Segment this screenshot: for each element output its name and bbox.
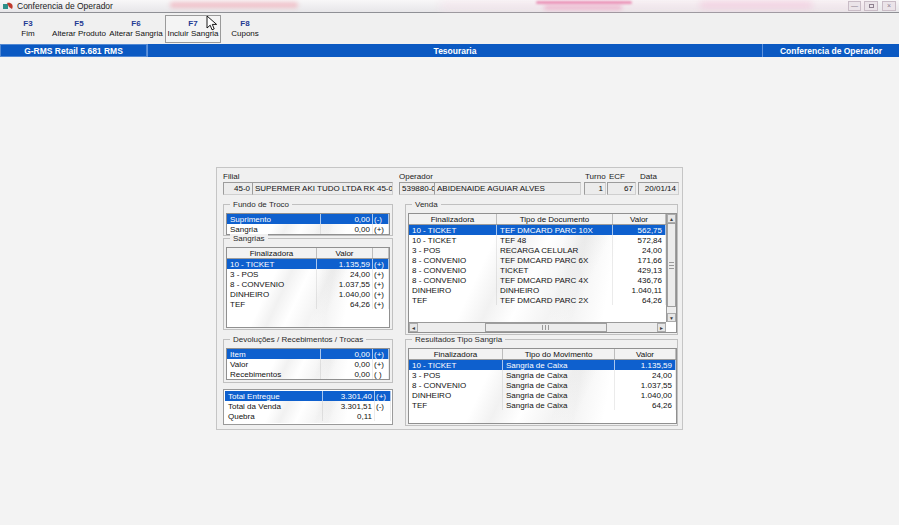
table-cell: 1.040,00	[615, 390, 676, 400]
table-cell: 0,00	[321, 359, 373, 369]
scroll-left-icon[interactable]: ◄	[409, 323, 418, 332]
table-row[interactable]: Quebra0,11	[225, 411, 391, 421]
table-cell: RECARGA CELULAR	[497, 245, 613, 255]
table-row[interactable]: DINHEIROSangria de Caixa1.040,00	[409, 390, 676, 400]
table-cell: 0,00	[321, 224, 373, 234]
table-cell: DINHEIRO	[409, 285, 497, 295]
fkey-label: F5	[74, 20, 83, 28]
table-cell: (+)	[373, 299, 389, 309]
table-row[interactable]: 8 - CONVENIOTEF DMCARD PARC 4X436,76	[409, 275, 666, 285]
group-devolucoes: Devoluções / Recebimentos / Trocas Item0…	[223, 339, 393, 383]
operador-code-field: 539880-0	[399, 182, 435, 195]
turno-label: Turno	[585, 173, 606, 181]
table-row[interactable]: Total da Venda3.301,51(-)	[225, 401, 391, 411]
table-cell: 3 - POS	[227, 269, 317, 279]
column-header: Finalizadora	[409, 349, 503, 359]
vertical-scrollbar[interactable]: ▲ ▼	[666, 214, 676, 322]
restore-button[interactable]	[864, 1, 878, 11]
button-label: Alterar Sangria	[109, 30, 162, 38]
table-row[interactable]: 8 - CONVENIO1.037,55(+)	[227, 279, 389, 289]
titlebar-artifact	[536, 1, 632, 4]
table-cell: 10 - TICKET	[409, 235, 497, 245]
operador-label: Operador	[399, 173, 433, 181]
thumb-grip-icon	[669, 262, 674, 269]
table-row[interactable]: Recebimentos0,00( )	[227, 369, 389, 379]
column-header	[373, 248, 389, 258]
table-cell: Total da Venda	[225, 401, 323, 411]
group-title: Sangrias	[230, 234, 268, 243]
table-row[interactable]: 3 - POSRECARGA CELULAR24,00	[409, 245, 666, 255]
restore-icon	[869, 4, 874, 8]
table-cell: DINHEIRO	[409, 390, 503, 400]
group-resultados-tipo-sangria: Resultados Tipo Sangria FinalizadoraTipo…	[405, 339, 678, 426]
table-cell: (+)	[373, 224, 389, 234]
toolbar-button-cupons[interactable]: F8 Cupons	[227, 15, 263, 42]
table-row[interactable]: Sangria0,00(+)	[227, 224, 389, 234]
table-row[interactable]: Suprimento0,00(-)	[227, 214, 389, 224]
fkey-label: F7	[188, 20, 197, 28]
scroll-up-icon[interactable]: ▲	[667, 214, 676, 223]
table-cell: 0,00	[321, 369, 373, 379]
titlebar-artifact	[544, 5, 622, 10]
table-row[interactable]: 8 - CONVENIOTEF DMCARD PARC 6X171,66	[409, 255, 666, 265]
table-cell: 64,26	[317, 299, 373, 309]
table-row[interactable]: 8 - CONVENIOTICKET429,13	[409, 265, 666, 275]
table-cell: 10 - TICKET	[409, 360, 503, 370]
titlebar-artifact	[170, 2, 298, 8]
table-cell: 24,00	[317, 269, 373, 279]
table-row[interactable]: 10 - TICKETSangria de Caixa1.135,59	[409, 360, 676, 370]
table-row[interactable]: TEF64,26(+)	[227, 299, 389, 309]
toolbar-button-alterar-produto[interactable]: F5 Alterar Produto	[50, 15, 108, 42]
devolucoes-table: Item0,00(+)Valor0,00(+)Recebimentos0,00(…	[226, 348, 390, 380]
table-row[interactable]: 8 - CONVENIOSangria de Caixa1.037,55	[409, 380, 676, 390]
table-row[interactable]: TEFSangria de Caixa64,26	[409, 400, 676, 410]
table-cell: (+)	[375, 391, 391, 401]
column-header: Valor	[613, 214, 666, 224]
screen-label: Conferencia de Operador	[763, 44, 899, 57]
table-row[interactable]: 10 - TICKETTEF DMCARD PARC 10X562,75	[409, 225, 666, 235]
window-title: Conferencia de Operador	[17, 1, 113, 12]
vertical-scrollbar-thumb[interactable]	[667, 223, 676, 307]
app-icon	[3, 2, 14, 11]
column-header: Finalizadora	[227, 248, 317, 258]
table-row[interactable]: Item0,00(+)	[227, 349, 389, 359]
table-row[interactable]: 10 - TICKET1.135,59(+)	[227, 259, 389, 269]
table-cell: (+)	[373, 359, 389, 369]
horizontal-scrollbar[interactable]: ◄ ►	[409, 322, 666, 332]
toolbar-button-fim[interactable]: F3 Fim	[8, 15, 48, 42]
table-row[interactable]: 3 - POS24,00(+)	[227, 269, 389, 279]
table-row[interactable]: Total Entregue3.301,40(+)	[225, 391, 391, 401]
table-cell: 64,26	[613, 295, 666, 305]
horizontal-scrollbar-thumb[interactable]	[485, 323, 607, 332]
scroll-right-icon[interactable]: ►	[657, 323, 666, 332]
scroll-down-icon[interactable]: ▼	[667, 313, 676, 322]
close-button[interactable]: ×	[882, 1, 896, 11]
table-cell: 24,00	[615, 370, 676, 380]
table-cell: 1.135,59	[317, 259, 373, 269]
table-row[interactable]: Valor0,00(+)	[227, 359, 389, 369]
table-cell: Quebra	[225, 411, 323, 421]
toolbar-button-alterar-sangria[interactable]: F6 Alterar Sangria	[110, 15, 162, 42]
table-row[interactable]: DINHEIRODINHEIRO1.040,11	[409, 285, 666, 295]
ecf-label: ECF	[609, 173, 625, 181]
minimize-button[interactable]: —	[848, 1, 861, 11]
button-label: Fim	[21, 30, 34, 38]
group-totais: Total Entregue3.301,40(+)Total da Venda3…	[223, 389, 393, 425]
table-row[interactable]: TEFTEF DMCARD PARC 2X64,26	[409, 295, 666, 305]
button-label: Cupons	[231, 30, 259, 38]
table-cell: 10 - TICKET	[409, 225, 497, 235]
fkey-label: F6	[131, 20, 140, 28]
table-cell: TEF DMCARD PARC 2X	[497, 295, 613, 305]
table-cell: TICKET	[497, 265, 613, 275]
table-header-row: FinalizadoraValor	[227, 248, 389, 259]
toolbar: F3 Fim F5 Alterar Produto F6 Alterar San…	[0, 13, 899, 44]
table-cell: Valor	[227, 359, 321, 369]
table-cell: Sangria de Caixa	[503, 390, 615, 400]
table-cell: 0,00	[321, 214, 373, 224]
table-row[interactable]: 3 - POSSangria de Caixa24,00	[409, 370, 676, 380]
table-cell: TEF	[409, 295, 497, 305]
table-row[interactable]: 10 - TICKETTEF 48572,84	[409, 235, 666, 245]
table-cell: Sangria de Caixa	[503, 380, 615, 390]
table-cell: 10 - TICKET	[227, 259, 317, 269]
table-row[interactable]: DINHEIRO1.040,00(+)	[227, 289, 389, 299]
